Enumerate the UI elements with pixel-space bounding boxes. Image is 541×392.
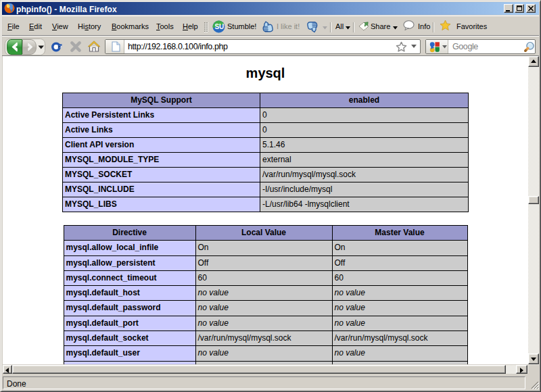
svg-text:SU: SU [214,23,224,30]
